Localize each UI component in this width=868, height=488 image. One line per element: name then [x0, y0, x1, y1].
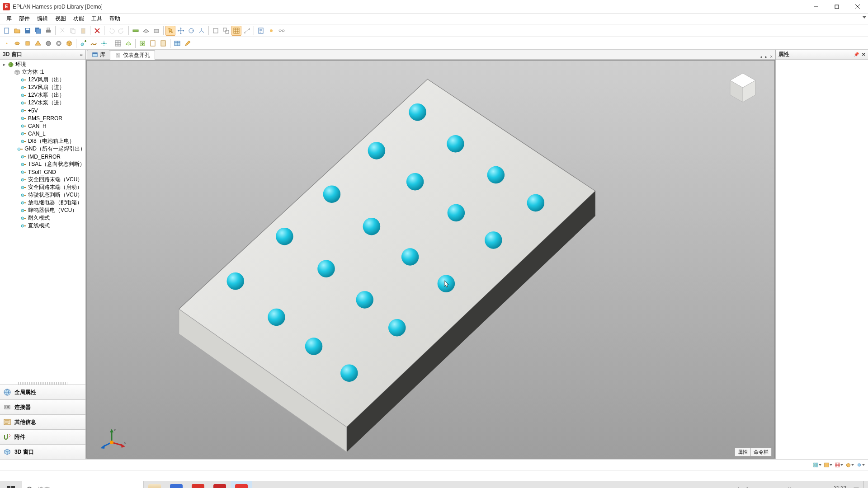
task-app-eplan-p8[interactable]: E	[209, 481, 231, 488]
tool2-add-pin[interactable]	[78, 38, 88, 48]
vb-light[interactable]	[856, 460, 865, 469]
vb-render[interactable]	[845, 460, 854, 469]
tab-nav-next[interactable]: ▸	[764, 54, 768, 59]
tool-box2[interactable]	[221, 26, 231, 36]
tool2-grid[interactable]	[113, 38, 123, 48]
tree-item[interactable]: 立方体 :1	[0, 68, 85, 76]
taskbar-search[interactable]: 搜索	[22, 481, 144, 488]
tool-save-all[interactable]	[33, 26, 43, 36]
tree-item[interactable]: 待驶状态判断（VCU）	[0, 191, 85, 199]
menu-view[interactable]: 视图	[52, 14, 70, 24]
tool2-cube[interactable]	[64, 38, 74, 48]
tool-grid-toggle[interactable]	[231, 26, 241, 36]
tree-item[interactable]: IMD_ERROR	[0, 153, 85, 160]
menu-parts[interactable]: 部件	[15, 14, 33, 24]
tree-item[interactable]: ▸环境	[0, 61, 85, 68]
sidebar-panel-connector[interactable]: 连接器	[0, 399, 85, 414]
tray-clock[interactable]: 21:22 20 2024/07/24 21:22:39	[796, 485, 849, 488]
menu-function[interactable]: 功能	[70, 14, 88, 24]
properties-pin-icon[interactable]: 📌	[854, 52, 859, 57]
tray-mic-icon[interactable]	[744, 487, 751, 488]
tool2-wire[interactable]	[89, 38, 99, 48]
tool-save[interactable]	[23, 26, 33, 36]
start-button[interactable]	[0, 481, 22, 488]
show-desktop-button[interactable]	[863, 481, 866, 488]
task-app-candle[interactable]	[144, 481, 165, 488]
tool2-4[interactable]	[33, 38, 43, 48]
sidebar-panel-attach[interactable]: 附件	[0, 429, 85, 444]
tree-item[interactable]: TSAL（意向状态判断）	[0, 160, 85, 168]
tool2-point[interactable]	[99, 38, 109, 48]
task-app-meeting[interactable]: m	[165, 481, 187, 488]
right-tab-command[interactable]: 命令栏	[751, 448, 772, 456]
vb-layout1[interactable]	[813, 460, 822, 469]
tool2-edit[interactable]	[183, 38, 193, 48]
tool-plane1[interactable]	[141, 26, 151, 36]
tab-close[interactable]: ×	[769, 54, 774, 59]
tree-view[interactable]: ▸环境立方体 :112V风扇（出）12V风扇（进）12V水泵（出）12V水泵（进…	[0, 60, 85, 382]
tab-nav-prev[interactable]: ◂	[759, 54, 763, 59]
tree-item[interactable]: 12V水泵（进）	[0, 99, 85, 107]
tool-dimension[interactable]	[242, 26, 252, 36]
tool-plane2[interactable]	[151, 26, 161, 36]
vb-layout2[interactable]	[824, 460, 833, 469]
tray-wifi-icon[interactable]	[765, 487, 773, 488]
tree-item[interactable]: TSoff_GND	[0, 168, 85, 176]
close-button[interactable]	[847, 0, 868, 13]
sidebar-panel-3d[interactable]: 3D 窗口	[0, 444, 85, 459]
tool-new[interactable]	[2, 26, 12, 36]
tree-item[interactable]: CAN_L	[0, 130, 85, 137]
tool-rotate[interactable]	[186, 26, 196, 36]
task-app-eplan-hpd[interactable]: ▣	[231, 481, 252, 488]
tool2-list1[interactable]	[148, 38, 158, 48]
tool2-list2[interactable]	[158, 38, 168, 48]
tool2-3[interactable]	[23, 38, 33, 48]
tool-axis[interactable]	[197, 26, 207, 36]
tree-item[interactable]: 安全回路末端（启动）	[0, 183, 85, 191]
tool2-import[interactable]	[137, 38, 147, 48]
tree-item[interactable]: 12V风扇（进）	[0, 84, 85, 91]
task-app-wps[interactable]: W	[187, 481, 209, 488]
tree-item[interactable]: BMS_ERROR	[0, 114, 85, 122]
menu-dropdown-icon[interactable]	[863, 16, 866, 19]
3d-viewport[interactable]: z x 属性 命令栏	[86, 60, 775, 459]
maximize-button[interactable]	[826, 0, 847, 13]
menu-help[interactable]: 帮助	[106, 14, 124, 24]
tray-battery-icon[interactable]	[755, 487, 762, 488]
menu-tools[interactable]: 工具	[88, 14, 106, 24]
tree-item[interactable]: +5V	[0, 107, 85, 114]
tab-library[interactable]: 库	[87, 50, 110, 59]
tray-volume-icon[interactable]	[776, 487, 783, 488]
tool2-sheet[interactable]	[123, 38, 133, 48]
axis-triad-icon[interactable]: z x	[100, 427, 127, 449]
menu-library[interactable]: 库	[3, 14, 15, 24]
tree-item[interactable]: 直线模式	[0, 222, 85, 230]
right-tab-properties[interactable]: 属性	[735, 448, 751, 456]
tab-panel-cutout[interactable]: 仪表盘开孔	[110, 50, 155, 60]
tree-item[interactable]: 放电继电器（配电箱）	[0, 199, 85, 206]
tree-item[interactable]: CAN_H	[0, 122, 85, 130]
tool-move[interactable]	[176, 26, 186, 36]
tool-spot[interactable]	[266, 26, 276, 36]
view-cube[interactable]	[725, 70, 761, 106]
tool2-1[interactable]	[2, 38, 12, 48]
tool-box1[interactable]	[211, 26, 221, 36]
tree-item[interactable]: DI8（电池箱上电）	[0, 137, 85, 145]
tool-select[interactable]	[165, 26, 175, 36]
tool-link[interactable]	[277, 26, 287, 36]
tool2-table[interactable]	[172, 38, 182, 48]
tray-notifications-icon[interactable]	[853, 487, 860, 488]
sidebar-collapse-icon[interactable]: «	[80, 52, 83, 57]
menu-edit[interactable]: 编辑	[33, 14, 52, 24]
properties-close-icon[interactable]: ✕	[862, 52, 865, 57]
tree-item[interactable]: 蜂鸣器供电（VCU）	[0, 206, 85, 214]
tool-print[interactable]	[43, 26, 53, 36]
sidebar-panel-info[interactable]: 其他信息	[0, 414, 85, 429]
tree-item[interactable]: GND（所有一起焊引出）	[0, 145, 85, 153]
minimize-button[interactable]	[806, 0, 826, 13]
tree-item[interactable]: 耐久模式	[0, 214, 85, 222]
sidebar-panel-globe[interactable]: 全局属性	[0, 385, 85, 399]
tool2-5[interactable]	[43, 38, 53, 48]
tool-open[interactable]	[12, 26, 22, 36]
tool2-2[interactable]	[12, 38, 22, 48]
